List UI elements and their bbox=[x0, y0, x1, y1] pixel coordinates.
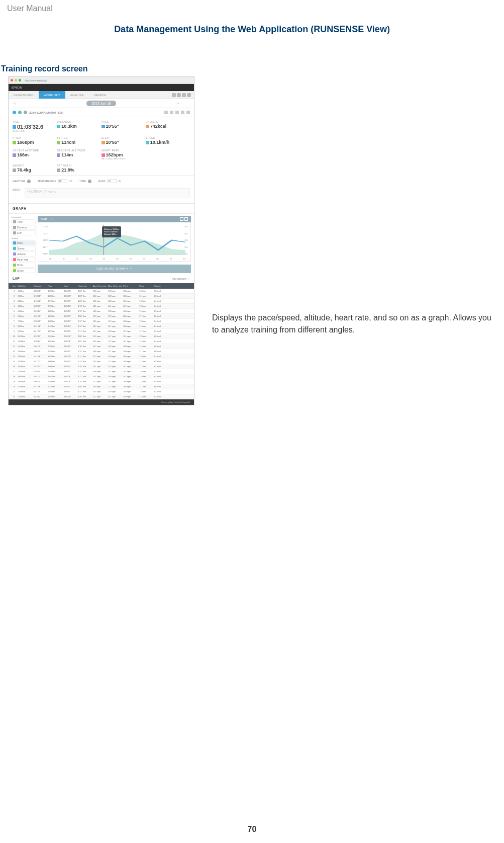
lap-cell: 0:20'49" bbox=[34, 305, 48, 307]
lap-cell: 0:05'12" bbox=[64, 320, 78, 322]
lap-cell: 64 kcal bbox=[154, 325, 168, 327]
lap-cell: 0:47'02" bbox=[34, 360, 48, 363]
lap-cell: 117 cm bbox=[139, 365, 154, 368]
date-pill[interactable]: 2013 Jun 18 bbox=[86, 101, 116, 106]
lap-cell: 0:05'11" bbox=[64, 390, 78, 393]
map-toggle-bar[interactable]: MAP ＋ bbox=[38, 216, 191, 222]
side-item-lap[interactable]: LAP bbox=[12, 230, 36, 235]
tab-search[interactable]: SEARCH bbox=[89, 91, 112, 99]
ytick: 13'47" bbox=[39, 246, 48, 248]
side-item-distance[interactable]: Distance bbox=[12, 225, 36, 230]
tyre-value-icon[interactable] bbox=[88, 180, 91, 183]
add-more-label: ADD MORE GRAPH bbox=[96, 267, 128, 270]
side-item-speed-label: Speed bbox=[17, 247, 24, 250]
lap-cell: 117 cm bbox=[139, 330, 154, 332]
lap-cell: 0:52'12" bbox=[34, 335, 48, 338]
rank-unit: th bbox=[119, 180, 121, 183]
tab-workout[interactable]: WORK OUT bbox=[39, 91, 65, 99]
add-category-button[interactable]: Add category ＋ bbox=[172, 277, 190, 280]
lap-row: 1515:00km0:47'02"1.00 km0:05'13"4'13" /k… bbox=[9, 359, 194, 364]
lap-cell: 10:00km bbox=[18, 335, 34, 338]
share-icon[interactable] bbox=[172, 93, 176, 97]
date-prev-button[interactable]: < bbox=[14, 101, 16, 106]
lap-row: 1111:00km0:58'14"1.04 km0:05'06"4'02" /k… bbox=[9, 339, 194, 344]
side-item-stride-label: Stride bbox=[17, 269, 24, 272]
lap-cell: 0.99 km bbox=[48, 350, 64, 353]
lap-cell: 138 spm bbox=[108, 310, 123, 312]
delete-icon[interactable] bbox=[186, 111, 190, 114]
edit-icon[interactable] bbox=[181, 111, 184, 114]
lap-cell: 114 cm bbox=[139, 340, 154, 343]
lap-cell: 147 spm bbox=[108, 350, 123, 353]
tab-dashboard[interactable]: DASH BOARD bbox=[9, 91, 39, 99]
print-icon[interactable] bbox=[164, 111, 168, 114]
memo-textarea[interactable]: メモは登録されていません bbox=[25, 188, 190, 198]
weather-value-icon[interactable] bbox=[27, 180, 31, 183]
lap-cell: 0:05'11" bbox=[64, 350, 78, 353]
lap-cell: 0:05'11" bbox=[64, 330, 78, 332]
side-item-pace-label: Pace bbox=[17, 241, 23, 244]
collapse-icon[interactable] bbox=[184, 217, 188, 221]
side-item-altitude[interactable]: Altitude bbox=[12, 251, 36, 257]
tab-analyze[interactable]: ANALYZE bbox=[65, 91, 89, 99]
asc-label: ASCENT ALTITUDE bbox=[13, 149, 57, 152]
lap-cell: 114 cm bbox=[139, 345, 154, 348]
xtick: 10 bbox=[183, 258, 185, 260]
lap-cell: 1.00 km bbox=[48, 320, 64, 322]
lap-row: 1010:00km0:52'12"0.96 km0:05'08"4'06" /k… bbox=[9, 334, 194, 339]
lap-cell: 5:00km bbox=[18, 310, 34, 312]
lap-cell: 0.98 km bbox=[48, 395, 64, 398]
lap-cell: 141 spm bbox=[108, 305, 123, 307]
activity-title-row: 2014 SUWA MARATHON bbox=[9, 108, 194, 117]
duplicate-icon[interactable] bbox=[175, 111, 179, 114]
side-item-time[interactable]: Time bbox=[12, 219, 36, 224]
lap-cell: 0:58'14" bbox=[34, 340, 48, 343]
lap-cell: 138 spm bbox=[93, 350, 108, 353]
side-item-stride[interactable]: Stride bbox=[12, 268, 36, 273]
lap-cell: 13 bbox=[11, 350, 18, 353]
lap-cell: 0:01'01" bbox=[34, 375, 48, 378]
asc-value: 166m bbox=[17, 152, 29, 157]
calorie-label: CALORIE bbox=[146, 120, 190, 123]
temperature-input[interactable]: 18 bbox=[58, 179, 67, 183]
lap-cell: 19:00km bbox=[18, 380, 34, 383]
side-item-heartrate[interactable]: Heart rate bbox=[12, 257, 36, 262]
fb-icon[interactable] bbox=[182, 93, 186, 97]
lap-cell: 4'06" /km bbox=[78, 335, 93, 338]
side-item-pace[interactable]: Pace bbox=[12, 240, 36, 245]
lap-cell: 4'02" /km bbox=[78, 340, 93, 343]
download-icon[interactable] bbox=[170, 111, 173, 114]
date-next-button[interactable]: > bbox=[176, 101, 179, 106]
lap-row: 33:00km0:15'42"0.99 km0:05'09"4'26" /km1… bbox=[9, 299, 194, 304]
address-bar[interactable]: http://www.epson.jp/ bbox=[25, 79, 47, 82]
side-item-speed[interactable]: Speed bbox=[12, 246, 36, 251]
lap-cell: 5 bbox=[11, 310, 18, 312]
lap-cell: 138 spm bbox=[93, 370, 108, 373]
lap-cell: 15 bbox=[11, 360, 18, 363]
lap-cell: 0:05'09" bbox=[64, 380, 78, 383]
lap-cell: 0:06'20" bbox=[34, 380, 48, 383]
lap-cell: 4'06" /km bbox=[78, 315, 93, 317]
ytick: 5'10" bbox=[39, 225, 48, 228]
lap-cell: 66 kcal bbox=[154, 345, 168, 348]
add-more-graph-button[interactable]: ADD MORE GRAPH ＋ bbox=[38, 265, 191, 273]
lap-cell: 6 bbox=[11, 315, 18, 317]
lap-cell: 0:05'08" bbox=[64, 335, 78, 338]
lap-cell: 14 bbox=[11, 355, 18, 358]
lap-cell: 7 bbox=[11, 320, 18, 322]
lap-cell: 4'10" /km bbox=[78, 345, 93, 348]
lap-cell: 139 spm bbox=[93, 385, 108, 388]
side-item-pitch[interactable]: Pitch bbox=[12, 263, 36, 268]
info-icon[interactable] bbox=[187, 93, 191, 97]
chart-box[interactable]: 5'10" 7'37" 11'30" 13'47" 19'00" 500 400… bbox=[38, 222, 191, 262]
lap-cell: 17 bbox=[11, 370, 18, 373]
lap-cell: 1.00 km bbox=[48, 310, 64, 312]
lap-cell: 1:00km bbox=[18, 290, 34, 292]
time-sub: 16:30 - 18:30 bbox=[13, 130, 57, 132]
speed-value: 10.1km/h bbox=[150, 140, 170, 145]
lap-cell: 0.98 km bbox=[48, 370, 64, 373]
lap-cell: 65 kcal bbox=[154, 315, 168, 317]
settings-icon[interactable] bbox=[177, 93, 181, 97]
expand-icon[interactable] bbox=[180, 217, 183, 221]
rank-input[interactable]: 16 bbox=[108, 179, 117, 183]
